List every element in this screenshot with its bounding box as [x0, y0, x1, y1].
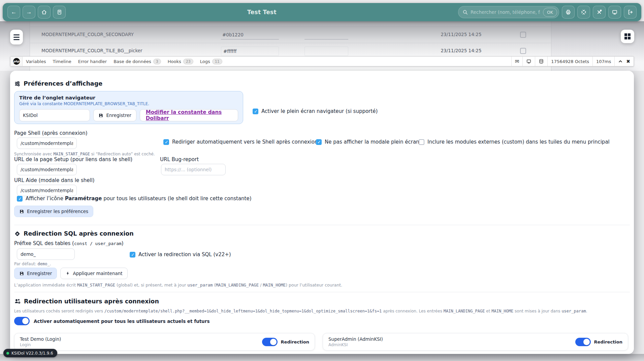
home-icon [41, 9, 47, 15]
debug-mail-button[interactable]: ✉ [511, 57, 523, 66]
sql-save-button[interactable]: Enregistrer [14, 268, 57, 279]
envelope-icon: ✉ [515, 58, 519, 64]
forward-button[interactable]: → [23, 6, 35, 19]
help-url-input[interactable] [17, 185, 77, 196]
compress-icon [581, 9, 587, 15]
divider [14, 225, 630, 225]
row-checkbox[interactable] [520, 48, 526, 54]
user-redirect-heading: Redirection utilisateurs après connexion [14, 298, 159, 305]
tools-button[interactable] [593, 6, 606, 19]
save-tab-title-button[interactable]: Enregistrer [93, 109, 136, 121]
home-button[interactable] [38, 6, 51, 19]
screen-button[interactable] [608, 6, 621, 19]
shell-page-input[interactable] [17, 138, 77, 149]
setup-url-label: URL de la page Setup (pour liens dans le… [14, 156, 132, 162]
no-modal-checkbox-row[interactable]: Ne pas afficher la modale plein écran [316, 139, 419, 145]
user-card: Test Demo (Login) Login Redirection [14, 333, 315, 351]
sql-prefix-input[interactable] [17, 248, 75, 260]
sql-enable-checkbox-row[interactable]: Activer la redirection via SQL (v22+) [130, 251, 231, 258]
no-modal-checkbox[interactable] [316, 139, 322, 145]
users-gear-icon [14, 298, 21, 305]
notebook-button[interactable] [53, 6, 66, 19]
sql-default-note: Par défaut: demo_. [14, 262, 51, 266]
sql-prefix-label: Préfixe SQL des tables (const / user_par… [14, 240, 124, 246]
search-icon [462, 9, 468, 15]
include-custom-checkbox-row[interactable]: Inclure les modules externes (custom) da… [419, 139, 610, 145]
tab-title-label: Titre de l’onglet navigateur [19, 95, 238, 100]
debug-database-button[interactable] [535, 57, 547, 66]
table-row-partial [30, 21, 551, 27]
back-button[interactable]: ← [7, 6, 20, 19]
sql-apply-button[interactable]: Appliquer maintenant [60, 268, 127, 279]
fullscreen-checkbox-row[interactable]: Activer le plein écran navigateur (si su… [253, 108, 378, 114]
constant-name: MODERNTEMPLATE_COLOR_TILE_BG__picker [41, 48, 142, 53]
php-logo: php [10, 57, 23, 66]
grid-view-button[interactable] [621, 30, 634, 43]
save-preferences-button[interactable]: Enregistrer les préférences [14, 206, 93, 217]
search-ok-button[interactable]: OK [543, 8, 557, 17]
printer-icon [565, 9, 571, 15]
bug-url-input[interactable] [161, 164, 226, 175]
monitor-icon [612, 9, 618, 15]
nav-left-group: ← → [7, 6, 66, 19]
monitor-icon [526, 59, 532, 64]
tab-title-hint: Géré via la constante MODERNTEMPLATE_BRO… [19, 101, 238, 106]
constant-note-input[interactable] [304, 31, 348, 39]
redirect-auto-checkbox-row[interactable]: Rediriger automatiquement vers le Shell … [163, 139, 318, 145]
logout-icon [627, 9, 633, 15]
edit-constant-link[interactable]: Modifier la constante dans Dolibarr [140, 109, 238, 121]
save-icon [19, 209, 24, 214]
user-redirect-toggle[interactable] [575, 338, 591, 346]
menu-toggle-button[interactable] [10, 30, 23, 44]
print-button[interactable] [562, 6, 575, 19]
debug-tab-variables[interactable]: Variables [23, 57, 49, 66]
chevron-up-icon[interactable] [618, 59, 623, 64]
close-icon[interactable]: ✖ [626, 59, 630, 64]
debug-tab-database[interactable]: Base de données3 [110, 57, 164, 66]
tab-title-input[interactable] [19, 109, 90, 121]
constant-name: MODERNTEMPLATE_COLOR_SECONDARY [41, 32, 134, 37]
redirect-auto-label: Rediriger automatiquement vers le Shell … [172, 139, 318, 145]
version-badge: KSIDol V22.0.3/1.9.6 [3, 349, 57, 357]
master-toggle-label: Activer automatiquement pour tous les ut… [34, 319, 210, 324]
row-checkbox[interactable] [520, 32, 526, 38]
compress-button[interactable] [577, 6, 590, 19]
request-time: 107ms [592, 57, 614, 66]
user-login: Login [20, 342, 61, 347]
show-icon-checkbox-row[interactable]: Afficher l’icône Paramétrage pour tous l… [17, 195, 252, 202]
save-icon [19, 271, 24, 276]
constant-value-input[interactable]: #0b1220 [221, 31, 279, 39]
divider [14, 292, 630, 292]
debug-tab-hooks[interactable]: Hooks23 [164, 57, 197, 66]
sql-enable-label: Activer la redirection via SQL (v22+) [138, 251, 231, 258]
show-icon-label: Afficher l’icône Paramétrage pour tous l… [26, 195, 252, 202]
constant-value-input[interactable]: #ffffff [221, 47, 279, 56]
debug-tab-timeline[interactable]: Timeline [49, 57, 74, 66]
debug-tab-logs[interactable]: Logs11 [197, 57, 226, 66]
constant-note-input[interactable] [304, 47, 348, 56]
logout-button[interactable] [624, 6, 637, 19]
setup-url-input[interactable] [17, 164, 77, 175]
user-card: SuperAdmin (AdminKSI) AdminKSI Redirecti… [323, 333, 628, 351]
master-toggle-row: Activer automatiquement pour tous les ut… [14, 317, 210, 325]
debug-screen-button[interactable] [522, 57, 535, 66]
shell-sync-note: Synchronisée avec MAIN_START_PAGE si “Re… [14, 152, 155, 156]
shell-page-label: Page Shell (après connexion) [14, 130, 88, 136]
user-name: Test Demo (Login) [20, 336, 61, 342]
debug-tab-errors[interactable]: Error handler [75, 57, 110, 66]
bottom-band [0, 354, 644, 361]
redirect-toggle-label: Redirection [281, 339, 309, 344]
redirect-auto-checkbox[interactable] [163, 139, 169, 145]
display-prefs-heading: Préférences d’affichage [14, 80, 102, 87]
top-navbar: ← → Test Test OK [3, 3, 641, 21]
user-redirect-toggle[interactable] [262, 338, 278, 346]
badge: 11 [212, 59, 222, 64]
save-icon [98, 113, 103, 118]
master-redirect-toggle[interactable] [14, 317, 30, 325]
fullscreen-checkbox[interactable] [253, 109, 258, 114]
search-input[interactable] [471, 9, 540, 15]
show-icon-checkbox[interactable] [17, 196, 23, 202]
database-icon [539, 59, 544, 64]
sql-enable-checkbox[interactable] [130, 252, 135, 258]
include-custom-checkbox[interactable] [419, 139, 424, 145]
